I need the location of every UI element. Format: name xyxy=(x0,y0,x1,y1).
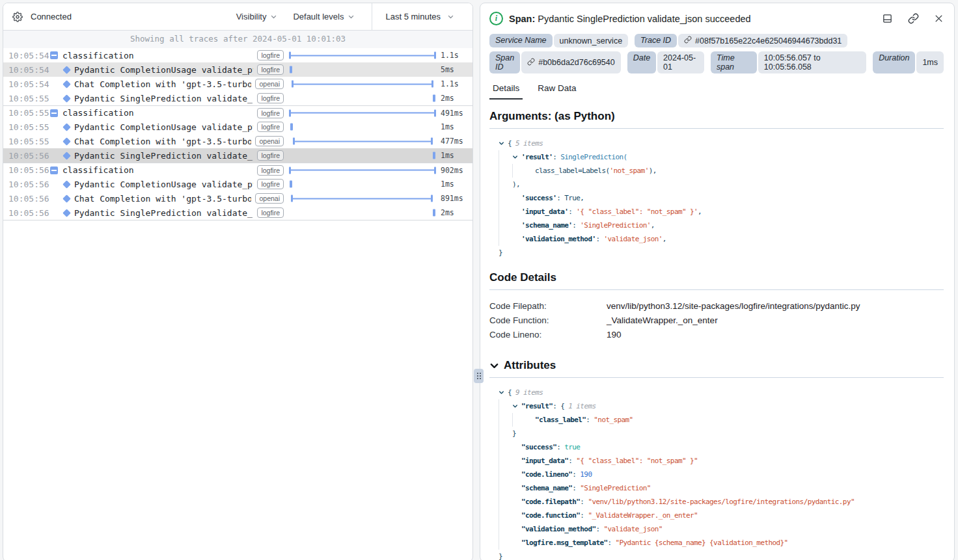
span-diamond-icon xyxy=(62,180,71,189)
collapse-minus-icon[interactable] xyxy=(50,167,58,174)
caret-slot xyxy=(512,481,521,495)
expand-caret-icon[interactable] xyxy=(499,137,508,150)
attributes-json-line: "code.lineno": 190 xyxy=(499,468,944,481)
code-token: : xyxy=(568,454,576,468)
indent-guide xyxy=(499,178,512,191)
code-token: '{ "class_label": "not_spam" }' xyxy=(576,205,698,219)
trace-row-time: 10:05:54 xyxy=(8,79,46,89)
span-timeline xyxy=(289,191,436,206)
trace-row[interactable]: 10:05:56Pydantic CompletionUsage validat… xyxy=(3,177,472,191)
code-token: "code.lineno" xyxy=(521,468,572,481)
code-token: "schema_name" xyxy=(521,481,572,495)
python-code-line: 'schema_name': 'SinglePrediction', xyxy=(499,219,944,232)
dock-panel-icon[interactable] xyxy=(882,13,893,24)
caret-slot xyxy=(512,509,521,522)
scope-badge: logfire xyxy=(257,179,284,189)
arguments-python-code: { 5 items'result': SinglePrediction(clas… xyxy=(489,132,944,261)
indent-guide xyxy=(499,481,512,495)
trace-row[interactable]: 10:05:56Pydantic SinglePrediction valida… xyxy=(3,148,472,163)
indent-guide xyxy=(499,509,512,522)
trace-row-tree: classification xyxy=(46,165,253,175)
span-title: Span: Pydantic SinglePrediction validate… xyxy=(509,14,751,24)
trace-row[interactable]: 10:05:54Pydantic CompletionUsage validat… xyxy=(3,62,472,77)
span-detail-panel: i Span: Pydantic SinglePrediction valida… xyxy=(480,3,955,560)
visibility-dropdown[interactable]: Visibility xyxy=(236,12,278,21)
trace-row[interactable]: 10:05:56classificationlogfire902ms xyxy=(3,163,472,177)
settings-gear-icon[interactable] xyxy=(12,12,23,22)
scope-badge: openai xyxy=(255,193,284,204)
trace-row[interactable]: 10:05:55Pydantic SinglePrediction valida… xyxy=(3,91,472,105)
collapse-minus-icon[interactable] xyxy=(50,109,58,117)
arguments-heading: Arguments: (as Python) xyxy=(489,110,944,123)
trace-row-name: Pydantic CompletionUsage validate_python xyxy=(74,65,253,75)
span-timeline xyxy=(289,48,436,62)
trace-row-time: 10:05:54 xyxy=(8,51,46,60)
default-levels-dropdown[interactable]: Default levels xyxy=(293,12,355,21)
code-token: , xyxy=(663,232,666,246)
time-range-dropdown[interactable]: Last 5 minutes xyxy=(372,3,472,30)
caret-slot xyxy=(512,219,521,232)
caret-slot xyxy=(526,413,535,427)
trace-row[interactable]: 10:05:55Pydantic CompletionUsage validat… xyxy=(3,120,472,134)
meta-badge: Duration1ms xyxy=(873,51,944,73)
trace-row-time: 10:05:55 xyxy=(8,122,46,132)
scope-badge: logfire xyxy=(257,93,284,103)
code-token: : xyxy=(580,509,588,522)
code-token: true xyxy=(564,440,580,454)
code-detail-label: Code Function: xyxy=(489,315,607,325)
code-token: : xyxy=(572,219,580,232)
trace-row-time: 10:05:55 xyxy=(8,137,46,146)
trace-row-time: 10:05:56 xyxy=(8,165,46,175)
code-token: } xyxy=(499,246,502,260)
meta-badge-value[interactable]: #08f57b165e22c4e625046944673bdd31 xyxy=(678,34,847,47)
trace-row[interactable]: 10:05:54classificationlogfire1.1s xyxy=(3,48,472,62)
trace-row-name: Pydantic SinglePrediction validate_json xyxy=(74,151,253,161)
expand-caret-icon[interactable] xyxy=(499,386,508,399)
trace-row[interactable]: 10:05:56Chat Completion with 'gpt-3.5-tu… xyxy=(3,191,472,206)
trace-row-time: 10:05:55 xyxy=(8,108,46,118)
trace-row-name: Pydantic SinglePrediction validate_json xyxy=(74,94,253,103)
trace-row-name: Chat Completion with 'gpt-3.5-turbo-0613… xyxy=(74,79,251,89)
trace-row-name: classification xyxy=(62,108,134,118)
indent-guide xyxy=(499,454,512,468)
meta-badge: Time span10:05:56.057 to 10:05:56.058 xyxy=(711,51,866,73)
span-duration-label: 491ms xyxy=(436,109,472,118)
trace-row[interactable]: 10:05:55Chat Completion with 'gpt-3.5-tu… xyxy=(3,134,472,148)
span-duration-label: 1.1s xyxy=(436,79,472,88)
code-token: : xyxy=(572,468,580,481)
attributes-json-line: } xyxy=(499,427,944,440)
caret-slot xyxy=(512,205,521,219)
expand-caret-icon[interactable] xyxy=(512,150,521,164)
close-icon[interactable] xyxy=(934,14,944,23)
span-duration-label: 2ms xyxy=(436,208,472,217)
meta-badge-label: Span ID xyxy=(489,51,520,73)
attributes-heading-row[interactable]: Attributes xyxy=(489,359,944,372)
panel-resize-grip-icon[interactable] xyxy=(474,369,484,383)
caret-slot xyxy=(526,164,535,178)
trace-row[interactable]: 10:05:56Pydantic SinglePrediction valida… xyxy=(3,206,472,220)
collapse-minus-icon[interactable] xyxy=(50,51,58,59)
expand-caret-icon[interactable] xyxy=(512,399,521,413)
copy-link-icon[interactable] xyxy=(908,13,919,24)
caret-slot xyxy=(512,468,521,481)
attributes-json-line: "schema_name": "SinglePrediction" xyxy=(499,481,944,495)
code-token: "Pydantic {schema_name} {validation_meth… xyxy=(616,536,788,550)
span-timeline xyxy=(289,163,436,177)
code-details-table: Code Filepath:venv/lib/python3.12/site-p… xyxy=(489,299,944,341)
code-token: 190 xyxy=(580,468,592,481)
trace-row[interactable]: 10:05:54Chat Completion with 'gpt-3.5-tu… xyxy=(3,77,472,91)
code-token: , xyxy=(651,219,655,232)
tab-details[interactable]: Details xyxy=(489,83,523,100)
meta-badge-row: Service Nameunknown_serviceTrace ID#08f5… xyxy=(489,34,944,47)
trace-toolbar: Connected Visibility Default levels Last… xyxy=(3,3,472,31)
code-token: : xyxy=(595,232,603,246)
indent-guide xyxy=(499,536,512,550)
indent-guide xyxy=(512,413,526,427)
tab-raw-data[interactable]: Raw Data xyxy=(534,83,579,100)
scope-badge: logfire xyxy=(257,50,284,60)
meta-badge-label: Date xyxy=(627,51,656,73)
scope-badge: logfire xyxy=(257,122,284,132)
span-timeline xyxy=(289,106,436,120)
trace-row[interactable]: 10:05:55classificationlogfire491ms xyxy=(3,105,472,120)
meta-badge-value[interactable]: #b0b6da2d76c69540 xyxy=(521,51,620,73)
